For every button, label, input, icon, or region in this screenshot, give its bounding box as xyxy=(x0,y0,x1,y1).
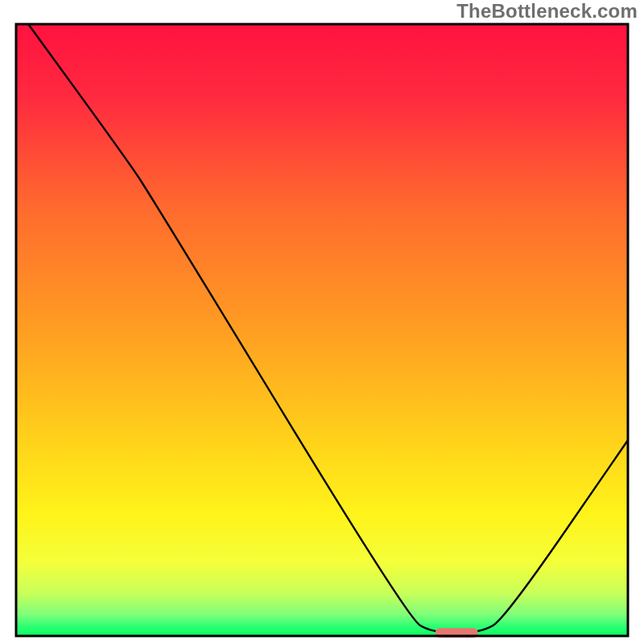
heat-gradient-background xyxy=(16,24,628,636)
watermark-text: TheBottleneck.com xyxy=(456,0,638,23)
bottleneck-chart xyxy=(0,0,644,644)
chart-container: TheBottleneck.com xyxy=(0,0,644,644)
